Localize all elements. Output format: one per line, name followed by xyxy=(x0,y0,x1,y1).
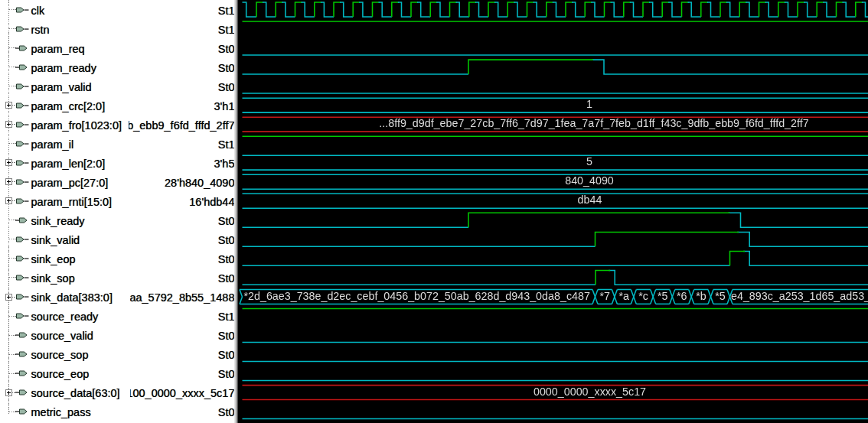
svg-text:*2d_6ae3_738e_d2ec_cebf_0456_b: *2d_6ae3_738e_d2ec_cebf_0456_b072_50ab_6… xyxy=(243,290,589,302)
svg-text:e4_893c_a253_1d65_ad53_67: e4_893c_a253_1d65_ad53_67 xyxy=(731,290,868,302)
svg-text:...8ff9_d9df_ebe7_27cb_7ff6_7d: ...8ff9_d9df_ebe7_27cb_7ff6_7d97_1fea_7a… xyxy=(379,117,808,129)
svg-text:*5: *5 xyxy=(715,290,726,302)
svg-text:*b: *b xyxy=(696,290,706,302)
svg-text:840_4090: 840_4090 xyxy=(565,174,614,187)
svg-text:*6: *6 xyxy=(677,290,687,302)
svg-text:0000_0000_xxxx_5c17: 0000_0000_xxxx_5c17 xyxy=(534,386,646,398)
svg-text:1: 1 xyxy=(586,98,592,110)
svg-text:*5: *5 xyxy=(658,290,668,302)
svg-text:*c: *c xyxy=(638,290,648,302)
svg-text:5: 5 xyxy=(586,155,592,168)
svg-text:*7: *7 xyxy=(599,290,610,302)
svg-text:*a: *a xyxy=(619,290,630,302)
svg-text:db44: db44 xyxy=(578,194,602,206)
